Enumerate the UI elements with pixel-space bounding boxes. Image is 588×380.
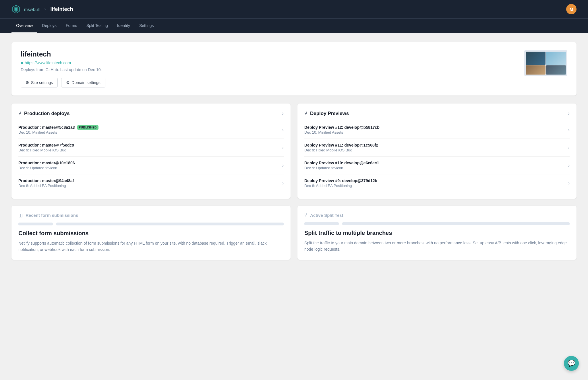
form-submissions-header: ◫ Recent form submissions	[18, 213, 284, 218]
skeleton-row-1	[18, 223, 284, 225]
header-site-name: lifeintech	[51, 6, 73, 12]
deploy-chevron: ›	[568, 127, 570, 132]
table-row[interactable]: Deploy Preview #12: develop@b5817cb Dec …	[304, 121, 570, 139]
deploys-grid: ⑂ Production deploys › Production: maste…	[11, 104, 577, 199]
deploy-title: Production: master@10e1806	[18, 161, 282, 165]
deploy-info: Deploy Preview #12: develop@b5817cb Dec …	[304, 125, 568, 135]
preview-image-4	[546, 65, 566, 75]
netlify-logo	[11, 5, 21, 14]
split-test-card: ⑂ Active Split Test Split traffic to mul…	[297, 206, 577, 260]
nav-item-overview[interactable]: Overview	[11, 19, 37, 33]
deploy-previews-card: ⑂ Deploy Previews › Deploy Preview #12: …	[297, 104, 577, 199]
deploy-info: Production: master@5c8a1a3 PUBLISHED Dec…	[18, 125, 282, 135]
deploy-chevron: ›	[282, 163, 284, 168]
deploy-previews-title: ⑂ Deploy Previews	[304, 111, 349, 116]
deploy-subtitle: Dec 9: Fixed Mobile iOS Bug	[304, 148, 568, 152]
site-url-link[interactable]: https://www.lifeintech.com	[25, 61, 71, 65]
preview-top	[526, 52, 566, 65]
deploy-chevron: ›	[568, 163, 570, 168]
nav-item-split-testing[interactable]: Split Testing	[82, 19, 113, 33]
deploy-subtitle: Dec 9: Updated favicon	[18, 166, 282, 170]
nav-item-deploys[interactable]: Deploys	[37, 19, 61, 33]
site-card-left: lifeintech https://www.lifeintech.com De…	[21, 50, 524, 87]
deploy-title: Deploy Preview #11: develop@1c568f2	[304, 143, 568, 147]
table-row[interactable]: Production: master@7f5edc9 Dec 9: Fixed …	[18, 139, 284, 157]
deploy-previews-list: Deploy Preview #12: develop@b5817cb Dec …	[304, 121, 570, 192]
deploy-info: Deploy Preview #11: develop@1c568f2 Dec …	[304, 143, 568, 152]
deploy-info: Deploy Preview #10: develop@e6e6ec1 Dec …	[304, 161, 568, 170]
split-test-promo-desc: Split the traffic to your main domain be…	[304, 240, 570, 253]
deploy-title: Deploy Preview #10: develop@e6e6ec1	[304, 161, 568, 165]
form-icon: ◫	[18, 213, 23, 218]
deploy-chevron: ›	[568, 145, 570, 150]
form-submissions-header-title: Recent form submissions	[26, 213, 78, 218]
site-url: https://www.lifeintech.com	[21, 61, 524, 65]
url-dot	[21, 62, 23, 64]
deploy-info: Production: master@7f5edc9 Dec 9: Fixed …	[18, 143, 282, 152]
skeleton-block	[56, 223, 284, 225]
deploy-subtitle: Dec 10: Minified Assets	[18, 130, 282, 135]
production-deploys-list: Production: master@5c8a1a3 PUBLISHED Dec…	[18, 121, 284, 192]
deploy-title: Production: master@5c8a1a3 PUBLISHED	[18, 125, 282, 130]
chat-button[interactable]: 💬	[564, 356, 579, 371]
skeleton-row-2	[304, 222, 570, 225]
table-row[interactable]: Deploy Preview #9: develop@379d12b Dec 8…	[304, 174, 570, 192]
gear-icon-2	[66, 80, 70, 85]
header-brand: mswbull	[24, 7, 40, 12]
deploy-chevron: ›	[568, 181, 570, 186]
form-submissions-card: ◫ Recent form submissions Collect form s…	[11, 206, 291, 260]
domain-settings-label: Domain settings	[71, 80, 100, 85]
published-badge: PUBLISHED	[77, 125, 98, 130]
preview-image-3	[526, 65, 546, 75]
deploy-subtitle: Dec 10: Minified Assets	[304, 130, 568, 135]
deploy-previews-expand[interactable]: ›	[568, 110, 570, 116]
header-separator: ›	[44, 7, 46, 12]
site-preview	[524, 50, 567, 76]
skeleton-block	[304, 222, 339, 225]
skeleton-block	[18, 223, 53, 225]
deploy-chevron: ›	[282, 145, 284, 150]
site-card: lifeintech https://www.lifeintech.com De…	[11, 42, 577, 96]
deploy-title: Production: master@94a48af	[18, 178, 282, 183]
split-test-icon: ⑂	[304, 213, 307, 218]
preview-bottom	[526, 65, 566, 75]
deploy-chevron: ›	[282, 127, 284, 132]
main-content: lifeintech https://www.lifeintech.com De…	[0, 33, 588, 380]
nav-item-forms[interactable]: Forms	[61, 19, 82, 33]
table-row[interactable]: Production: master@5c8a1a3 PUBLISHED Dec…	[18, 121, 284, 139]
skeleton-block	[342, 222, 570, 225]
branch-icon: ⑂	[18, 111, 21, 116]
deploy-title: Deploy Preview #12: develop@b5817cb	[304, 125, 568, 130]
deploy-previews-header: ⑂ Deploy Previews ›	[304, 110, 570, 116]
table-row[interactable]: Deploy Preview #11: develop@1c568f2 Dec …	[304, 139, 570, 157]
domain-settings-button[interactable]: Domain settings	[61, 78, 105, 87]
deploy-chevron: ›	[282, 181, 284, 186]
deploy-subtitle: Dec 9: Updated favicon	[304, 166, 568, 170]
site-settings-label: Site settings	[31, 80, 53, 85]
production-deploys-header: ⑂ Production deploys ›	[18, 110, 284, 116]
split-test-promo-title: Split traffic to multiple branches	[304, 230, 570, 236]
production-deploys-expand[interactable]: ›	[282, 110, 284, 116]
deploy-title: Production: master@7f5edc9	[18, 143, 282, 147]
site-settings-button[interactable]: Site settings	[21, 78, 58, 87]
nav-item-identity[interactable]: Identity	[113, 19, 135, 33]
site-buttons: Site settings Domain settings	[21, 78, 524, 87]
nav-item-settings[interactable]: Settings	[135, 19, 158, 33]
deploy-info: Deploy Preview #9: develop@379d12b Dec 8…	[304, 178, 568, 188]
split-test-header-title: Active Split Test	[310, 213, 343, 218]
table-row[interactable]: Production: master@10e1806 Dec 9: Update…	[18, 157, 284, 174]
table-row[interactable]: Deploy Preview #10: develop@e6e6ec1 Dec …	[304, 157, 570, 174]
split-test-header: ⑂ Active Split Test	[304, 213, 570, 218]
deploy-title: Deploy Preview #9: develop@379d12b	[304, 178, 568, 183]
site-meta: Deploys from GitHub. Last update on Dec …	[21, 67, 524, 72]
promo-grid: ◫ Recent form submissions Collect form s…	[11, 206, 577, 260]
deploy-info: Production: master@10e1806 Dec 9: Update…	[18, 161, 282, 170]
table-row[interactable]: Production: master@94a48af Dec 8: Added …	[18, 174, 284, 192]
deploy-subtitle: Dec 9: Fixed Mobile iOS Bug	[18, 148, 282, 152]
header-left: mswbull › lifeintech	[11, 5, 73, 14]
chat-icon: 💬	[568, 360, 575, 367]
user-avatar[interactable]: M	[566, 4, 577, 14]
deploy-preview-icon: ⑂	[304, 111, 307, 116]
site-title: lifeintech	[21, 50, 524, 58]
form-submissions-promo-desc: Netlify supports automatic collection of…	[18, 240, 284, 253]
